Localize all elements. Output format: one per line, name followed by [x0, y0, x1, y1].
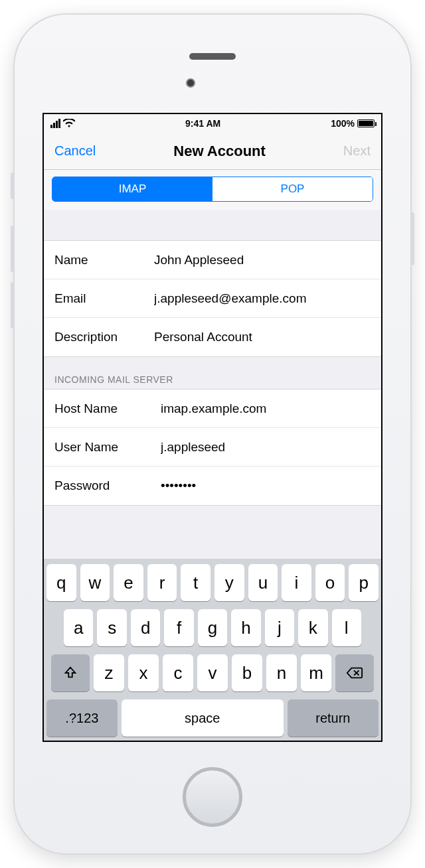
- status-time: 9:41 AM: [185, 118, 220, 129]
- password-label: Password: [54, 478, 161, 493]
- front-camera: [186, 78, 195, 88]
- power-button: [410, 212, 414, 265]
- on-screen-keyboard: qwertyuiop asdfghjkl zxcvbnm .?123 space…: [44, 559, 381, 741]
- shift-key[interactable]: [51, 654, 90, 691]
- key-o[interactable]: o: [315, 564, 345, 601]
- section-spacer: [44, 210, 381, 240]
- number-mode-key[interactable]: .?123: [46, 699, 118, 737]
- key-r[interactable]: r: [147, 564, 177, 601]
- password-field[interactable]: [161, 478, 371, 493]
- key-e[interactable]: e: [114, 564, 143, 601]
- battery-icon: [357, 119, 375, 127]
- key-c[interactable]: c: [163, 654, 193, 691]
- key-j[interactable]: j: [265, 609, 294, 646]
- email-field[interactable]: [154, 291, 371, 306]
- key-k[interactable]: k: [298, 609, 327, 646]
- account-info-group: Name Email Description: [44, 240, 381, 357]
- key-y[interactable]: y: [214, 564, 244, 601]
- status-bar: 9:41 AM 100%: [44, 114, 381, 133]
- email-label: Email: [54, 291, 154, 306]
- name-field[interactable]: [154, 253, 371, 267]
- username-row[interactable]: User Name: [44, 428, 381, 467]
- key-g[interactable]: g: [198, 609, 227, 646]
- battery-percentage: 100%: [331, 118, 355, 129]
- speaker-grille: [189, 53, 236, 60]
- key-u[interactable]: u: [248, 564, 278, 601]
- incoming-server-header: Incoming Mail Server: [44, 357, 381, 389]
- wifi-icon: [63, 119, 75, 129]
- cancel-button[interactable]: Cancel: [54, 143, 96, 159]
- volume-up-button: [11, 226, 15, 272]
- key-q[interactable]: q: [46, 564, 76, 601]
- key-i[interactable]: i: [282, 564, 311, 601]
- protocol-segmented-control: IMAP POP: [44, 170, 381, 210]
- key-t[interactable]: t: [181, 564, 211, 601]
- home-button[interactable]: [183, 767, 242, 827]
- email-row[interactable]: Email: [44, 279, 381, 318]
- mute-switch: [11, 173, 15, 199]
- cellular-signal-icon: [50, 119, 60, 128]
- username-field[interactable]: [161, 440, 371, 455]
- description-row[interactable]: Description: [44, 318, 381, 356]
- key-b[interactable]: b: [232, 654, 262, 691]
- screen: 9:41 AM 100% Cancel New Account Next IMA…: [42, 113, 382, 742]
- navigation-bar: Cancel New Account Next: [44, 133, 381, 170]
- description-label: Description: [54, 330, 154, 344]
- hostname-row[interactable]: Host Name: [44, 390, 381, 428]
- name-row[interactable]: Name: [44, 241, 381, 279]
- incoming-server-group: Host Name User Name Password: [44, 389, 381, 506]
- key-s[interactable]: s: [97, 609, 126, 646]
- segment-pop[interactable]: POP: [212, 177, 373, 201]
- key-x[interactable]: x: [128, 654, 159, 691]
- description-field[interactable]: [154, 330, 371, 344]
- backspace-key[interactable]: [335, 654, 374, 691]
- iphone-frame: 9:41 AM 100% Cancel New Account Next IMA…: [13, 13, 412, 855]
- key-a[interactable]: a: [64, 609, 93, 646]
- name-label: Name: [54, 253, 154, 267]
- key-l[interactable]: l: [332, 609, 361, 646]
- password-row[interactable]: Password: [44, 467, 381, 505]
- username-label: User Name: [54, 440, 161, 455]
- key-w[interactable]: w: [80, 564, 110, 601]
- key-p[interactable]: p: [349, 564, 379, 601]
- key-f[interactable]: f: [164, 609, 193, 646]
- page-title: New Account: [173, 143, 266, 160]
- key-z[interactable]: z: [94, 654, 124, 691]
- return-key[interactable]: return: [288, 699, 379, 737]
- hostname-label: Host Name: [54, 401, 161, 416]
- key-m[interactable]: m: [301, 654, 331, 691]
- key-h[interactable]: h: [231, 609, 260, 646]
- hostname-field[interactable]: [161, 401, 371, 416]
- key-d[interactable]: d: [131, 609, 160, 646]
- next-button[interactable]: Next: [343, 143, 371, 159]
- volume-down-button: [11, 282, 15, 328]
- key-v[interactable]: v: [197, 654, 228, 691]
- key-n[interactable]: n: [266, 654, 297, 691]
- space-key[interactable]: space: [122, 699, 284, 737]
- segment-imap[interactable]: IMAP: [52, 177, 212, 201]
